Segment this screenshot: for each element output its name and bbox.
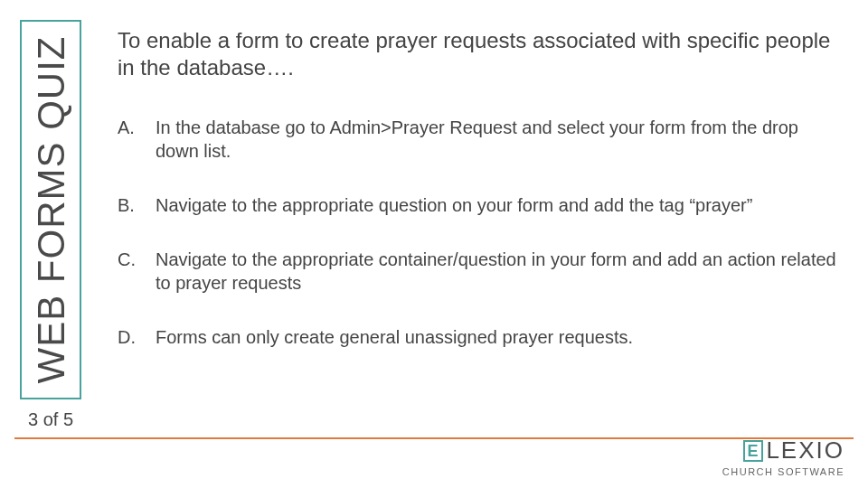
option-letter: B. — [118, 193, 148, 217]
option-text: Forms can only create general unassigned… — [148, 325, 841, 349]
option-c: C. Navigate to the appropriate container… — [118, 248, 841, 295]
brand-name: E LEXIO — [722, 436, 844, 465]
option-d: D. Forms can only create general unassig… — [118, 325, 841, 349]
option-b: B. Navigate to the appropriate question … — [118, 193, 841, 217]
brand-rest: LEXIO — [766, 436, 844, 465]
brand-logo: E LEXIO CHURCH SOFTWARE — [722, 436, 844, 477]
option-text: Navigate to the appropriate container/qu… — [148, 248, 841, 295]
brand-e-icon: E — [743, 440, 763, 462]
sidebar-title-box: WEB FORMS QUIZ — [20, 20, 81, 399]
option-text: In the database go to Admin>Prayer Reque… — [148, 116, 841, 163]
option-letter: A. — [118, 116, 148, 163]
option-a: A. In the database go to Admin>Prayer Re… — [118, 116, 841, 163]
option-letter: C. — [118, 248, 148, 295]
quiz-content: To enable a form to create prayer reques… — [118, 27, 841, 380]
option-text: Navigate to the appropriate question on … — [148, 193, 841, 217]
options-list: A. In the database go to Admin>Prayer Re… — [118, 116, 841, 349]
sidebar-title: WEB FORMS QUIZ — [29, 36, 72, 384]
page-counter: 3 of 5 — [20, 409, 81, 430]
question-text: To enable a form to create prayer reques… — [118, 27, 841, 81]
brand-subtitle: CHURCH SOFTWARE — [722, 466, 844, 477]
option-letter: D. — [118, 325, 148, 349]
